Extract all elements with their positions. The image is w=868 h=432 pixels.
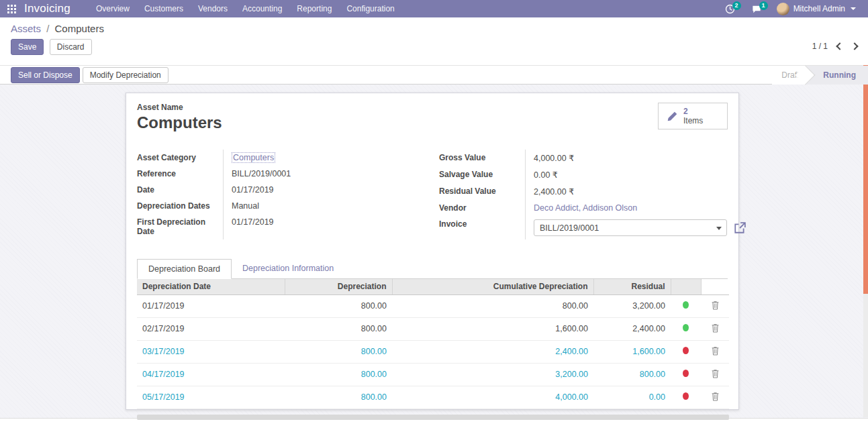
cell-residual: 3,200.00 (593, 294, 671, 317)
menu-vendors[interactable]: Vendors (191, 0, 234, 17)
table-row[interactable]: 01/17/2019 800.00 800.00 3,200.00 (137, 294, 729, 317)
vendor-link[interactable]: Deco Addict, Addison Olson (534, 203, 637, 213)
cell-date: 04/17/2019 (137, 363, 285, 386)
header-status (671, 279, 701, 294)
cell-status (671, 317, 701, 340)
messages-badge: 1 (759, 1, 768, 10)
status-dot (683, 324, 689, 331)
cell-cumulative: 2,400.00 (392, 340, 593, 363)
cell-depreciation: 800.00 (285, 340, 392, 363)
header-residual: Residual (593, 279, 671, 294)
date-label: Date (137, 182, 223, 198)
page: Invoicing Overview Customers Vendors Acc… (0, 0, 868, 432)
table-horizontal-scrollbar[interactable] (137, 415, 729, 420)
activities-button[interactable]: 2 (718, 1, 742, 17)
residual-value-value[interactable]: 2,400.00 ₹ (525, 183, 746, 200)
menu-configuration[interactable]: Configuration (340, 0, 401, 17)
user-menu[interactable]: Mitchell Admin (771, 1, 861, 17)
invoice-input[interactable] (534, 219, 727, 236)
table-row[interactable]: 03/17/2019 800.00 2,400.00 1,600.00 (137, 340, 729, 363)
items-button-text: 2 Items (683, 107, 703, 125)
cell-cumulative: 1,600.00 (392, 317, 593, 340)
asset-name-value[interactable]: Computers (137, 113, 222, 132)
sell-or-dispose-button[interactable]: Sell or Dispose (11, 67, 80, 83)
tab-depreciation-board[interactable]: Depreciation Board (137, 259, 232, 279)
table-row[interactable]: 02/17/2019 800.00 1,600.00 2,400.00 (137, 317, 729, 340)
delete-row-button[interactable] (701, 294, 729, 317)
date-value[interactable]: 01/17/2019 (223, 182, 432, 198)
status-dot (683, 347, 689, 354)
cell-residual: 2,400.00 (593, 317, 671, 340)
menu-customers[interactable]: Customers (138, 0, 190, 17)
header-cumulative-depreciation: Cumulative Depreciation (392, 279, 593, 294)
statusbar: Sell or Dispose Modify Depreciation Draf… (0, 65, 868, 85)
menu-overview[interactable]: Overview (89, 0, 136, 17)
breadcrumb: Assets / Computers (11, 23, 857, 34)
main-menu: Overview Customers Vendors Accounting Re… (89, 0, 401, 17)
gross-value-label: Gross Value (439, 150, 525, 166)
pager-previous-button[interactable] (836, 42, 843, 50)
table-row[interactable]: 05/17/2019 800.00 4,000.00 0.00 (137, 386, 729, 409)
apps-grid-icon (7, 5, 16, 13)
table-header-row: Depreciation Date Depreciation Cumulativ… (137, 279, 729, 294)
invoice-value (525, 216, 746, 239)
external-link-icon (734, 222, 746, 234)
residual-value-label: Residual Value (439, 183, 525, 200)
invoice-label: Invoice (439, 216, 525, 239)
cell-status (671, 340, 701, 363)
cell-depreciation: 800.00 (285, 294, 392, 317)
breadcrumb-separator: / (46, 23, 49, 34)
delete-row-button[interactable] (701, 363, 729, 386)
cell-cumulative: 3,200.00 (392, 363, 593, 386)
delete-row-button[interactable] (701, 317, 729, 340)
cell-cumulative: 4,000.00 (392, 386, 593, 409)
state-draft[interactable]: Draft (772, 66, 806, 85)
control-panel: Assets / Computers Save Discard 1 / 1 (0, 17, 868, 65)
cell-date: 01/17/2019 (137, 294, 285, 317)
depreciation-dates-label: Depreciation Dates (137, 198, 223, 214)
header-depreciation-date: Depreciation Date (137, 279, 285, 294)
cell-residual: 800.00 (593, 363, 671, 386)
menu-reporting[interactable]: Reporting (290, 0, 338, 17)
vertical-scrollbar-track[interactable] (863, 65, 868, 417)
first-depreciation-date-value[interactable]: 01/17/2019 (223, 214, 432, 239)
menu-accounting[interactable]: Accounting (236, 0, 289, 17)
navbar-right: 2 1 Mitchell Admin (718, 1, 868, 17)
gross-value-value[interactable]: 4,000.00 ₹ (525, 150, 746, 166)
notebook-tabs: Depreciation Board Depreciation Informat… (137, 258, 728, 279)
user-name: Mitchell Admin (793, 4, 845, 13)
pencil-icon (667, 111, 678, 122)
cell-depreciation: 800.00 (285, 363, 392, 386)
table-row[interactable]: 04/17/2019 800.00 3,200.00 800.00 (137, 363, 729, 386)
trash-icon (711, 346, 720, 356)
tab-depreciation-information[interactable]: Depreciation Information (232, 259, 344, 279)
open-invoice-button[interactable] (734, 222, 746, 234)
cell-date: 05/17/2019 (137, 386, 285, 409)
asset-name-label: Asset Name (137, 103, 222, 112)
delete-row-button[interactable] (701, 340, 729, 363)
messages-button[interactable]: 1 (744, 1, 769, 17)
invoice-combo (534, 219, 727, 236)
items-stat-button[interactable]: 2 Items (658, 103, 728, 129)
depreciation-dates-value[interactable]: Manual (223, 198, 432, 214)
discard-button[interactable]: Discard (50, 39, 92, 55)
control-panel-row: Save Discard 1 / 1 (11, 39, 857, 55)
modify-depreciation-button[interactable]: Modify Depreciation (83, 67, 168, 83)
salvage-value-label: Salvage Value (439, 166, 525, 183)
form-buttons: Save Discard (11, 39, 95, 55)
breadcrumb-assets[interactable]: Assets (11, 23, 41, 34)
apps-menu-button[interactable] (0, 0, 23, 17)
asset-category-link[interactable]: Computers (232, 152, 275, 163)
cell-date: 03/17/2019 (137, 340, 285, 363)
sheet-header: Asset Name Computers 2 Items (137, 103, 728, 132)
reference-value[interactable]: BILL/2019/0001 (223, 166, 432, 182)
items-label: Items (683, 116, 703, 125)
status-dot (683, 370, 689, 377)
trash-icon (711, 323, 720, 333)
vertical-scrollbar-thumb[interactable] (863, 65, 868, 294)
pager-next-button[interactable] (851, 42, 858, 50)
pager: 1 / 1 (812, 39, 857, 51)
salvage-value-value[interactable]: 0.00 ₹ (525, 166, 746, 183)
delete-row-button[interactable] (701, 386, 729, 409)
save-button[interactable]: Save (11, 39, 44, 55)
